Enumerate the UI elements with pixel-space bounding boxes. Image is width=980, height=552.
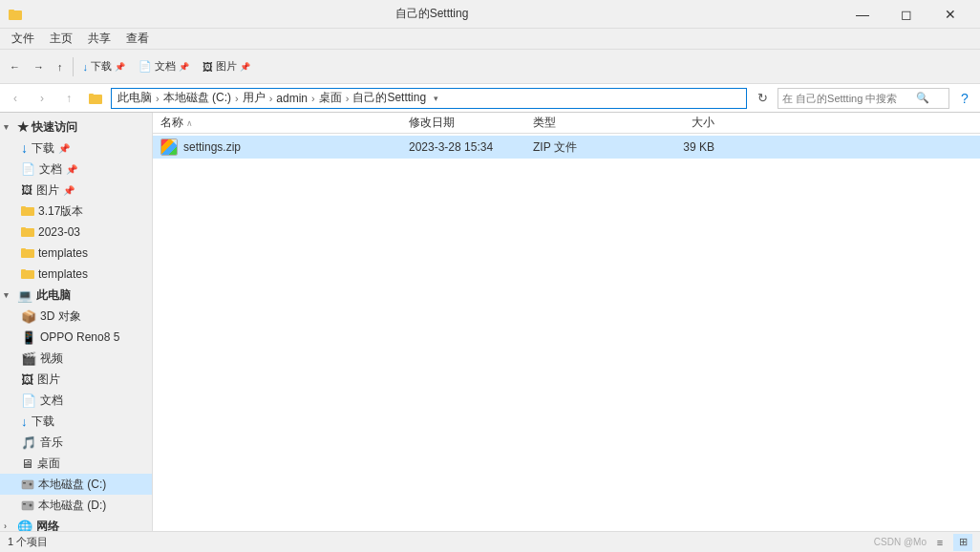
toolbar-download-button[interactable]: ↓ 下载 📌 [77, 53, 132, 80]
sidebar-item-downloads-pc[interactable]: ↓ 下载 [0, 411, 152, 432]
toolbar-img-button[interactable]: 🖼 图片 📌 [197, 53, 256, 80]
search-box[interactable]: 🔍 [778, 88, 949, 109]
nav-up-button[interactable]: ↑ [57, 87, 80, 110]
toolbar-img-label: 图片 [216, 59, 237, 74]
col-date-label: 修改日期 [409, 115, 455, 131]
svg-rect-5 [21, 206, 26, 209]
network-label: 网络 [36, 519, 59, 532]
sidebar-item-docs[interactable]: 📄 文档 📌 [0, 159, 152, 180]
col-header-type[interactable]: 类型 [533, 115, 638, 131]
network-header[interactable]: › 🌐 网络 [0, 516, 152, 531]
toolbar-up-button[interactable]: ↑ [52, 53, 69, 80]
sidebar-item-desktop[interactable]: 🖥 桌面 [0, 453, 152, 474]
col-header-date[interactable]: 修改日期 [409, 115, 533, 131]
toolbar-separator [73, 57, 74, 76]
quick-access-header[interactable]: ▾ ★ 快速访问 [0, 117, 152, 138]
sidebar-item-video[interactable]: 🎬 视频 [0, 348, 152, 369]
menu-file[interactable]: 文件 [4, 29, 42, 49]
path-drive[interactable]: 本地磁盘 (C:) [163, 90, 231, 106]
file-date-cell: 2023-3-28 15:34 [409, 140, 533, 154]
network-chevron: › [4, 521, 13, 531]
svg-rect-7 [21, 227, 26, 230]
path-sep-2: › [235, 93, 239, 104]
menu-view[interactable]: 查看 [118, 29, 157, 49]
sidebar-desktop-label: 桌面 [37, 456, 60, 472]
path-admin[interactable]: admin [276, 92, 308, 105]
sidebar-templates2-label: templates [38, 267, 88, 281]
this-pc-chevron: ▾ [4, 290, 13, 300]
menu-home[interactable]: 主页 [42, 29, 80, 49]
folder-icon-button[interactable] [84, 87, 107, 110]
docs-icon: 📄 [21, 162, 35, 176]
toolbar-doc-label: 文档 [155, 59, 176, 74]
nav-back-icon: ‹ [13, 92, 17, 105]
sidebar-item-docs-pc[interactable]: 📄 文档 [0, 390, 152, 411]
close-button[interactable]: ✕ [928, 0, 972, 29]
toolbar-back-button[interactable]: ← [4, 53, 26, 80]
sidebar-item-oppo[interactable]: 📱 OPPO Reno8 5 [0, 327, 152, 348]
nav-back-button[interactable]: ‹ [4, 87, 27, 110]
sidebar-item-music[interactable]: 🎵 音乐 [0, 432, 152, 453]
path-dropdown-icon: ▾ [434, 94, 438, 103]
menu-bar: 文件 主页 共享 查看 [0, 29, 980, 50]
status-bar: 1 个项目 CSDN @Mo ≡ ⊞ [0, 531, 980, 552]
col-name-sort-icon: ∧ [186, 118, 193, 128]
nav-forward-button[interactable]: › [31, 87, 53, 110]
this-pc-header[interactable]: ▾ 💻 此电脑 [0, 285, 152, 306]
pin-icon-sidebar: 📌 [58, 143, 70, 154]
sidebar-item-drive-d[interactable]: 本地磁盘 (D:) [0, 495, 152, 516]
window-icon [8, 7, 23, 22]
path-folder[interactable]: 自己的Settting [352, 90, 426, 106]
zip-file-icon [160, 138, 178, 156]
col-size-label: 大小 [692, 115, 714, 131]
window-controls[interactable]: — ◻ ✕ [841, 0, 972, 29]
window-title: 自己的Settting [23, 6, 841, 22]
search-input[interactable] [782, 93, 916, 104]
table-row[interactable]: settings.zip 2023-3-28 15:34 ZIP 文件 39 K… [153, 136, 980, 159]
up-icon: ↑ [57, 61, 63, 73]
title-bar-icons [8, 7, 23, 22]
folder-icon-tpl2 [21, 267, 34, 281]
sidebar-drive-d-label: 本地磁盘 (D:) [38, 498, 106, 514]
pin-icon-doc-sidebar: 📌 [66, 164, 77, 175]
minimize-button[interactable]: — [841, 0, 884, 29]
sidebar-video-label: 视频 [40, 350, 63, 367]
sidebar-item-download[interactable]: ↓ 下载 📌 [0, 138, 152, 159]
img-icon: 🖼 [202, 61, 213, 73]
toolbar-forward-button[interactable]: → [28, 53, 50, 80]
sidebar-317-label: 3.17版本 [38, 203, 83, 220]
file-type: ZIP 文件 [533, 139, 577, 156]
sidebar-item-317[interactable]: 3.17版本 [0, 201, 152, 222]
sidebar-item-templates-1[interactable]: templates [0, 243, 152, 264]
sidebar-item-3d[interactable]: 📦 3D 对象 [0, 306, 152, 327]
nav-forward-icon: › [40, 92, 44, 105]
toolbar-doc-button[interactable]: 📄 文档 📌 [133, 53, 195, 80]
sidebar-item-drive-c[interactable]: 本地磁盘 (C:) [0, 474, 152, 495]
path-pc[interactable]: 此电脑 [117, 90, 152, 106]
col-header-size[interactable]: 大小 [638, 115, 714, 131]
svg-rect-3 [89, 94, 94, 96]
path-users[interactable]: 用户 [243, 90, 266, 106]
file-date: 2023-3-28 15:34 [409, 140, 493, 154]
maximize-button[interactable]: ◻ [884, 0, 928, 29]
pin-icon-img: 📌 [240, 62, 250, 72]
menu-share[interactable]: 共享 [80, 29, 118, 49]
path-desktop[interactable]: 桌面 [319, 90, 342, 106]
sidebar-item-templates-2[interactable]: templates [0, 264, 152, 285]
sidebar-item-2023-03[interactable]: 2023-03 [0, 222, 152, 243]
address-path[interactable]: 此电脑 › 本地磁盘 (C:) › 用户 › admin › 桌面 › 自己的S… [111, 88, 747, 109]
network-icon: 🌐 [17, 520, 32, 532]
col-header-name[interactable]: 名称 ∧ [160, 115, 409, 131]
dl-icon-pc: ↓ [21, 414, 28, 429]
detail-view-button[interactable]: ⊞ [953, 534, 972, 551]
sidebar-item-pictures-pc[interactable]: 🖼 图片 [0, 369, 152, 390]
file-size: 39 KB [683, 140, 714, 154]
sidebar-item-pictures[interactable]: 🖼 图片 📌 [0, 180, 152, 201]
pic-icon-pc: 🖼 [21, 372, 33, 387]
pictures-icon: 🖼 [21, 183, 32, 197]
sidebar-pictures-label: 图片 [36, 182, 59, 199]
sidebar-3d-label: 3D 对象 [40, 308, 81, 325]
list-view-button[interactable]: ≡ [930, 534, 949, 551]
refresh-button[interactable]: ↻ [751, 88, 774, 109]
help-button[interactable]: ? [953, 87, 976, 110]
